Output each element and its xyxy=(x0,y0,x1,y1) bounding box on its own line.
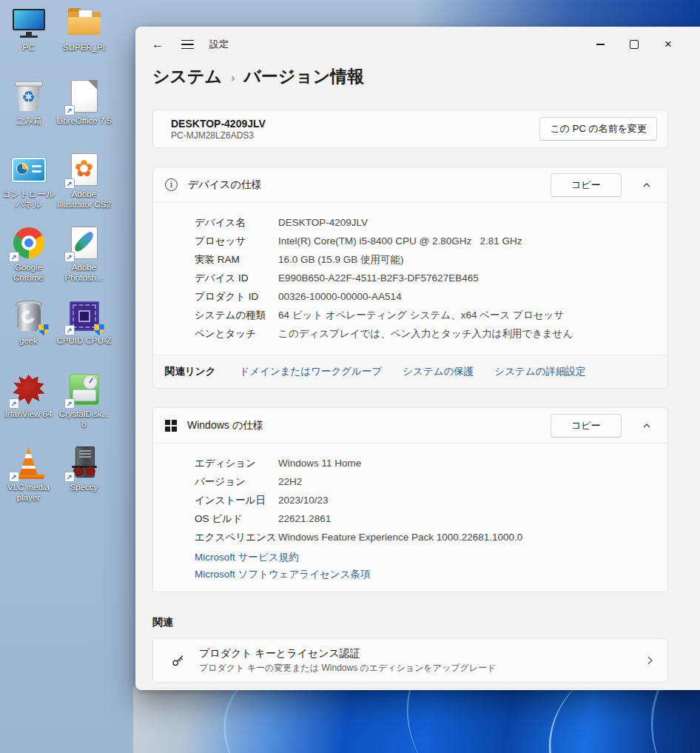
spec-row: OS ビルド22621.2861 xyxy=(195,509,656,528)
windows-spec-card: Windows の仕様 コピー エディションWindows 11 Home バー… xyxy=(152,407,668,592)
desktop-icon-label: Adobe Illustrator CS2 xyxy=(56,190,112,210)
desktop-icon-libreoffice[interactable]: LibreOffice 7.5 xyxy=(56,78,112,151)
link-advanced-system-settings[interactable]: システムの詳細設定 xyxy=(494,365,585,378)
desktop-icon-speccy[interactable]: Speccy xyxy=(56,444,112,518)
windows-logo-icon xyxy=(165,420,177,432)
product-key-title: プロダクト キーとライセンス認証 xyxy=(199,647,496,660)
desktop-icon-label: PC xyxy=(1,43,56,53)
breadcrumb: システム › バージョン情報 xyxy=(135,62,700,87)
desktop-icon-label: IrfanView 64 xyxy=(1,409,56,420)
spec-row: インストール日2023/10/23 xyxy=(195,491,656,509)
uac-shield-icon xyxy=(95,324,104,335)
link-system-protection[interactable]: システムの保護 xyxy=(403,365,474,378)
wallpaper-petal xyxy=(201,686,406,753)
caption-buttons: × xyxy=(583,32,685,57)
desktop-icon-label: CrystalDisk... 8 xyxy=(56,409,112,430)
copy-windows-spec-button[interactable]: コピー xyxy=(551,414,622,438)
pc-monitor-icon xyxy=(10,4,47,41)
desktop-icon-photoshop[interactable]: Adobe Photosh... xyxy=(56,224,112,298)
desktop-icon-pc[interactable]: PC xyxy=(1,4,56,78)
desktop-icon-recycle-bin[interactable]: ごみ箱 xyxy=(1,78,56,151)
device-name-card: DESKTOP-4209JLV PC-MJM28LZ6ADS3 この PC の名… xyxy=(152,110,668,148)
desktop-icons: PC SUPER_PI ごみ箱 LibreOffice 7.5 コントロール パ… xyxy=(1,4,113,518)
desktop-icon-label: SUPER_PI xyxy=(56,43,112,53)
shortcut-arrow-icon xyxy=(64,398,75,409)
shortcut-arrow-icon xyxy=(9,472,19,482)
spec-row: デバイス IDE990B650-A22F-4511-B2F3-DF57627EB… xyxy=(195,269,656,287)
minimize-button[interactable] xyxy=(583,32,617,57)
chevron-right-icon xyxy=(645,655,654,666)
shortcut-arrow-icon xyxy=(64,252,75,262)
uac-shield-icon xyxy=(39,324,49,335)
control-panel-icon xyxy=(10,151,47,188)
shortcut-arrow-icon xyxy=(64,178,75,189)
shortcut-arrow-icon xyxy=(64,472,75,482)
windows-spec-body: エディションWindows 11 Home バージョン22H2 インストール日2… xyxy=(153,443,667,549)
windows-spec-title: Windows の仕様 xyxy=(187,419,263,432)
wallpaper-bloom xyxy=(133,686,700,753)
desktop-icon-irfanview[interactable]: IrfanView 64 xyxy=(1,371,56,444)
crystaldisk-icon xyxy=(66,371,103,408)
related-links-row: 関連リンク ドメインまたはワークグループ システムの保護 システムの詳細設定 xyxy=(153,355,667,388)
device-spec-header[interactable]: デバイスの仕様 コピー xyxy=(153,167,667,202)
desktop-icon-vlc[interactable]: VLC media player xyxy=(1,444,56,518)
folder-icon xyxy=(66,4,103,41)
desktop-icon-crystaldisk[interactable]: CrystalDisk... 8 xyxy=(56,371,112,444)
windows-spec-header[interactable]: Windows の仕様 コピー xyxy=(153,408,667,443)
desktop-icon-label: Adobe Photosh... xyxy=(56,263,112,284)
close-button[interactable]: × xyxy=(651,32,685,57)
desktop-icon-cpuz[interactable]: CPUID CPU-Z xyxy=(56,298,112,371)
desktop-icon-label: ごみ箱 xyxy=(1,116,56,127)
collapse-chevron-icon[interactable] xyxy=(632,413,662,438)
vlc-cone-icon xyxy=(10,444,47,481)
spec-row: システムの種類64 ビット オペレーティング システム、x64 ベース プロセッ… xyxy=(195,306,656,324)
chevron-right-icon: › xyxy=(231,69,235,84)
spec-row: エクスペリエンスWindows Feature Experience Pack … xyxy=(195,528,656,546)
speccy-tower-icon xyxy=(66,444,103,481)
spec-row: プロダクト ID00326-10000-00000-AA514 xyxy=(195,287,656,306)
shortcut-arrow-icon xyxy=(9,252,19,262)
related-links-label: 関連リンク xyxy=(165,365,215,378)
product-key-activation-row[interactable]: プロダクト キーとライセンス認証 プロダクト キーの変更または Windows … xyxy=(152,638,668,683)
desktop-icon-label: コントロール パネル xyxy=(1,190,56,210)
spec-row: エディションWindows 11 Home xyxy=(195,454,656,472)
desktop-icon-chrome[interactable]: Google Chrome xyxy=(1,224,56,298)
link-microsoft-software-license[interactable]: Microsoft ソフトウェアライセンス条項 xyxy=(195,568,656,581)
breadcrumb-parent[interactable]: システム xyxy=(152,65,222,88)
link-microsoft-services-agreement[interactable]: Microsoft サービス規約 xyxy=(195,551,656,564)
back-button[interactable]: ← xyxy=(146,33,169,56)
desktop-icon-label: LibreOffice 7.5 xyxy=(56,116,112,127)
desktop-icon-label: Google Chrome xyxy=(1,263,56,284)
cpuz-chip-icon xyxy=(66,298,103,335)
desktop-icon-illustrator[interactable]: Adobe Illustrator CS2 xyxy=(56,151,112,224)
geek-uninstaller-icon xyxy=(10,298,47,335)
device-spec-body: デバイス名DESKTOP-4209JLV プロセッサIntel(R) Core(… xyxy=(153,202,667,355)
irfanview-splat-icon xyxy=(10,371,47,408)
desktop-icon-geek[interactable]: geek xyxy=(1,298,56,371)
rename-pc-button[interactable]: この PC の名前を変更 xyxy=(539,117,657,141)
recycle-bin-icon xyxy=(10,78,47,115)
device-name: DESKTOP-4209JLV xyxy=(171,118,266,130)
desktop-icon-control-panel[interactable]: コントロール パネル xyxy=(1,151,56,224)
maximize-button[interactable] xyxy=(617,32,651,57)
shortcut-arrow-icon xyxy=(64,105,75,116)
key-icon xyxy=(171,653,186,668)
product-key-subtitle: プロダクト キーの変更または Windows のエディションをアップグレード xyxy=(199,662,496,675)
desktop: PC SUPER_PI ごみ箱 LibreOffice 7.5 コントロール パ… xyxy=(0,0,700,753)
copy-device-spec-button[interactable]: コピー xyxy=(551,173,622,197)
collapse-chevron-icon[interactable] xyxy=(632,173,662,198)
spec-row: 実装 RAM16.0 GB (15.9 GB 使用可能) xyxy=(195,250,656,269)
photoshop-feather-icon xyxy=(66,224,103,261)
device-spec-title: デバイスの仕様 xyxy=(188,178,262,192)
titlebar: ← 設定 × xyxy=(135,27,700,62)
desktop-icon-super-pi[interactable]: SUPER_PI xyxy=(56,4,112,78)
menu-icon[interactable] xyxy=(175,33,199,56)
desktop-icon-label: VLC media player xyxy=(1,483,56,503)
spec-row: プロセッサIntel(R) Core(TM) i5-8400 CPU @ 2.8… xyxy=(195,232,656,250)
desktop-icon-label: CPUID CPU-Z xyxy=(56,336,112,347)
spec-row: ペンとタッチこのディスプレイでは、ペン入力とタッチ入力は利用できません xyxy=(195,324,656,343)
device-model: PC-MJM28LZ6ADS3 xyxy=(171,130,266,141)
shortcut-arrow-icon xyxy=(9,398,19,409)
link-domain-workgroup[interactable]: ドメインまたはワークグループ xyxy=(239,365,382,378)
shortcut-arrow-icon xyxy=(64,325,75,335)
